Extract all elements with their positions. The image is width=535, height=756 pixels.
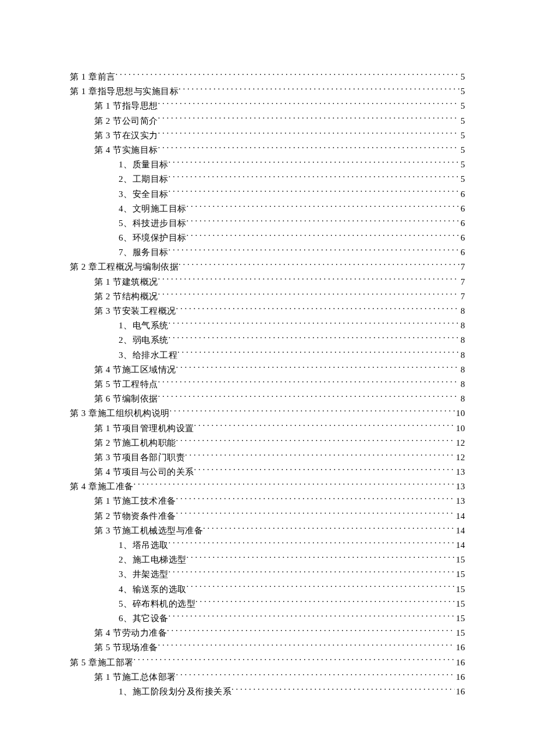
toc-entry-page: 5 (459, 114, 465, 128)
toc-entry-title: 第 1 章前言 (70, 70, 116, 84)
toc-leader-dots (176, 495, 455, 504)
toc-entry-page: 6 (459, 231, 465, 245)
toc-entry-page: 8 (459, 333, 465, 347)
toc-entry-title: 3、安全目标 (119, 187, 169, 202)
toc-entry-page: 8 (459, 363, 465, 377)
toc-entry[interactable]: 5、碎布料机的选型15 (70, 597, 465, 611)
toc-leader-dots (116, 71, 460, 80)
toc-entry[interactable]: 第 1 节指导思想5 (70, 99, 465, 113)
toc-entry[interactable]: 3、给排水工程8 (70, 348, 465, 363)
toc-entry-title: 第 1 节施工总体部署 (94, 670, 176, 685)
toc-entry-title: 第 4 节项目与公司的关系 (94, 465, 194, 479)
toc-entry[interactable]: 第 2 节公司简介5 (70, 114, 465, 128)
toc-leader-dots (158, 642, 455, 650)
toc-entry-page: 7 (459, 289, 465, 304)
toc-entry-page: 6 (459, 187, 465, 202)
toc-entry[interactable]: 第 1 节项目管理机构设置10 (70, 421, 465, 436)
toc-entry[interactable]: 1、塔吊选取14 (70, 538, 465, 553)
toc-entry-title: 4、文明施工目标 (119, 202, 187, 216)
toc-entry-title: 第 6 节编制依据 (94, 392, 158, 406)
toc-entry[interactable]: 第 4 节劳动力准备15 (70, 626, 465, 640)
toc-leader-dots (169, 159, 460, 167)
toc-entry-page: 5 (459, 128, 465, 143)
toc-entry-title: 1、塔吊选取 (119, 538, 169, 553)
toc-entry-page: 5 (459, 99, 465, 113)
toc-entry[interactable]: 第 4 节项目与公司的关系13 (70, 465, 465, 479)
toc-entry[interactable]: 1、质量目标5 (70, 157, 465, 172)
toc-leader-dots (169, 188, 460, 197)
toc-entry[interactable]: 4、文明施工目标6 (70, 202, 465, 216)
toc-entry[interactable]: 第 1 章前言5 (70, 70, 465, 84)
toc-entry[interactable]: 第 5 章施工部署16 (70, 655, 465, 670)
toc-entry-title: 第 1 节项目管理机构设置 (94, 421, 194, 436)
toc-entry-page: 13 (455, 479, 465, 494)
toc-entry[interactable]: 第 5 节工程特点8 (70, 377, 465, 392)
toc-entry-title: 第 5 节工程特点 (94, 377, 158, 392)
toc-entry[interactable]: 第 2 章工程概况与编制依据7 (70, 260, 465, 274)
toc-entry-title: 第 3 节安装工程概况 (94, 304, 176, 318)
toc-entry[interactable]: 3、安全目标6 (70, 187, 465, 202)
toc-entry-title: 第 5 章施工部署 (70, 655, 134, 670)
toc-entry[interactable]: 7、服务目标6 (70, 245, 465, 260)
toc-entry[interactable]: 第 1 节施工技术准备13 (70, 494, 465, 508)
toc-entry[interactable]: 第 3 节施工机械选型与准备14 (70, 524, 465, 538)
toc-entry-page: 13 (455, 494, 465, 508)
toc-leader-dots (187, 554, 455, 562)
toc-entry-title: 第 1 节指导思想 (94, 99, 158, 113)
toc-leader-dots (158, 144, 460, 153)
toc-entry[interactable]: 2、施工电梯选型15 (70, 553, 465, 567)
toc-entry[interactable]: 第 1 章指导思想与实施目标5 (70, 84, 465, 99)
toc-entry[interactable]: 第 4 章施工准备13 (70, 479, 465, 494)
toc-leader-dots (169, 334, 460, 343)
toc-entry[interactable]: 第 3 章施工组织机构说明10 (70, 406, 465, 421)
toc-leader-dots (134, 657, 455, 665)
toc-leader-dots (203, 525, 455, 533)
toc-entry[interactable]: 第 3 节项目各部门职责12 (70, 450, 465, 465)
toc-entry[interactable]: 4、输送泵的选取15 (70, 582, 465, 597)
toc-leader-dots (169, 246, 460, 255)
toc-leader-dots (169, 320, 460, 328)
toc-leader-dots (177, 349, 459, 358)
toc-entry-title: 5、科技进步目标 (119, 216, 187, 231)
toc-entry[interactable]: 第 2 节施工机构职能12 (70, 436, 465, 450)
toc-entry[interactable]: 2、工期目标5 (70, 172, 465, 187)
toc-leader-dots (169, 568, 455, 577)
toc-entry[interactable]: 第 1 节建筑概况7 (70, 275, 465, 289)
toc-leader-dots (179, 85, 459, 94)
toc-leader-dots (176, 510, 455, 519)
toc-entry[interactable]: 2、弱电系统8 (70, 333, 465, 347)
toc-entry-page: 16 (455, 640, 465, 655)
toc-entry[interactable]: 第 4 节施工区域情况8 (70, 363, 465, 377)
toc-entry[interactable]: 第 6 节编制依据8 (70, 392, 465, 406)
toc-entry-page: 6 (459, 216, 465, 231)
toc-entry[interactable]: 第 3 节安装工程概况8 (70, 304, 465, 318)
toc-entry-title: 第 5 节现场准备 (94, 640, 158, 655)
toc-entry[interactable]: 1、施工阶段划分及衔接关系16 (70, 685, 465, 699)
toc-entry-page: 6 (459, 245, 465, 260)
toc-entry[interactable]: 3、井架选型15 (70, 567, 465, 582)
toc-entry[interactable]: 5、科技进步目标6 (70, 216, 465, 231)
toc-leader-dots (169, 612, 455, 621)
toc-leader-dots (194, 422, 455, 431)
toc-entry[interactable]: 1、电气系统8 (70, 318, 465, 333)
toc-entry-title: 1、电气系统 (119, 318, 169, 333)
toc-entry-title: 2、施工电梯选型 (119, 553, 187, 567)
toc-entry[interactable]: 第 2 节结构概况7 (70, 289, 465, 304)
toc-entry-title: 第 1 章指导思想与实施目标 (70, 84, 179, 99)
toc-entry-page: 10 (455, 421, 465, 436)
toc-leader-dots (158, 393, 460, 402)
toc-entry[interactable]: 第 4 节实施目标5 (70, 143, 465, 157)
toc-entry-title: 第 1 节建筑概况 (94, 275, 158, 289)
toc-entry-page: 8 (459, 348, 465, 363)
toc-entry[interactable]: 第 2 节物资条件准备14 (70, 509, 465, 524)
toc-entry[interactable]: 第 5 节现场准备16 (70, 640, 465, 655)
toc-entry[interactable]: 第 1 节施工总体部署16 (70, 670, 465, 685)
toc-entry[interactable]: 第 3 节在汉实力5 (70, 128, 465, 143)
toc-leader-dots (170, 407, 455, 416)
toc-entry-page: 5 (459, 157, 465, 172)
toc-entry-title: 5、碎布料机的选型 (119, 597, 195, 611)
toc-entry[interactable]: 6、其它设备15 (70, 611, 465, 626)
toc-entry-page: 16 (455, 670, 465, 685)
toc-entry-title: 第 2 节物资条件准备 (94, 509, 176, 524)
toc-entry[interactable]: 6、环境保护目标6 (70, 231, 465, 245)
